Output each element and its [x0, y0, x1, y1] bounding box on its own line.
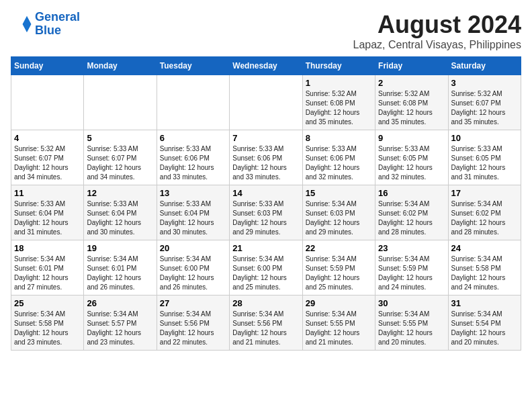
day-number: 19	[87, 243, 153, 253]
day-detail: Sunrise: 5:33 AMSunset: 6:06 PMDaylight:…	[232, 144, 299, 182]
day-number: 4	[14, 133, 81, 143]
title-block: August 2024 Lapaz, Central Visayas, Phil…	[353, 11, 521, 51]
day-number: 11	[14, 188, 81, 198]
svg-marker-1	[23, 16, 32, 32]
logo-line1: General	[35, 10, 80, 24]
calendar-cell: 28Sunrise: 5:34 AMSunset: 5:56 PMDayligh…	[230, 295, 302, 351]
day-detail: Sunrise: 5:32 AMSunset: 6:07 PMDaylight:…	[451, 89, 518, 127]
calendar-cell: 22Sunrise: 5:34 AMSunset: 5:59 PMDayligh…	[302, 240, 375, 295]
calendar-cell	[84, 75, 157, 130]
day-detail: Sunrise: 5:33 AMSunset: 6:05 PMDaylight:…	[451, 144, 518, 182]
calendar-cell: 5Sunrise: 5:33 AMSunset: 6:07 PMDaylight…	[84, 130, 157, 185]
logo-text: General Blue	[35, 11, 80, 38]
day-number: 10	[451, 133, 518, 143]
page-title: August 2024	[353, 11, 521, 39]
day-detail: Sunrise: 5:33 AMSunset: 6:06 PMDaylight:…	[306, 144, 372, 182]
column-header-tuesday: Tuesday	[157, 57, 229, 75]
calendar-cell: 10Sunrise: 5:33 AMSunset: 6:05 PMDayligh…	[448, 130, 521, 185]
day-detail: Sunrise: 5:34 AMSunset: 6:02 PMDaylight:…	[451, 199, 518, 237]
calendar-cell: 17Sunrise: 5:34 AMSunset: 6:02 PMDayligh…	[448, 185, 521, 240]
calendar-cell: 24Sunrise: 5:34 AMSunset: 5:58 PMDayligh…	[448, 240, 521, 295]
day-number: 27	[160, 298, 226, 308]
day-detail: Sunrise: 5:32 AMSunset: 6:08 PMDaylight:…	[306, 89, 372, 127]
page-subtitle: Lapaz, Central Visayas, Philippines	[353, 39, 521, 51]
calendar-week-3: 11Sunrise: 5:33 AMSunset: 6:04 PMDayligh…	[11, 185, 521, 240]
logo-line2: Blue	[35, 24, 61, 37]
logo-icon	[11, 13, 32, 35]
calendar-cell: 20Sunrise: 5:34 AMSunset: 6:00 PMDayligh…	[157, 240, 229, 295]
day-number: 3	[451, 78, 518, 88]
page-header: General Blue August 2024 Lapaz, Central …	[11, 11, 521, 51]
day-detail: Sunrise: 5:34 AMSunset: 6:01 PMDaylight:…	[14, 255, 81, 292]
calendar-cell: 21Sunrise: 5:34 AMSunset: 6:00 PMDayligh…	[230, 240, 302, 295]
day-number: 1	[306, 78, 372, 88]
column-header-thursday: Thursday	[302, 57, 375, 75]
day-detail: Sunrise: 5:33 AMSunset: 6:04 PMDaylight:…	[87, 199, 153, 237]
day-number: 7	[232, 133, 299, 143]
day-number: 24	[451, 243, 518, 253]
day-number: 12	[87, 188, 153, 198]
day-detail: Sunrise: 5:33 AMSunset: 6:04 PMDaylight:…	[14, 199, 81, 237]
day-detail: Sunrise: 5:34 AMSunset: 5:56 PMDaylight:…	[160, 310, 226, 347]
calendar-table: SundayMondayTuesdayWednesdayThursdayFrid…	[11, 56, 521, 351]
day-detail: Sunrise: 5:33 AMSunset: 6:03 PMDaylight:…	[232, 199, 299, 237]
calendar-cell: 11Sunrise: 5:33 AMSunset: 6:04 PMDayligh…	[11, 185, 84, 240]
day-number: 26	[87, 298, 153, 308]
calendar-cell: 8Sunrise: 5:33 AMSunset: 6:06 PMDaylight…	[302, 130, 375, 185]
day-number: 30	[378, 298, 445, 308]
logo: General Blue	[11, 11, 80, 38]
day-detail: Sunrise: 5:33 AMSunset: 6:04 PMDaylight:…	[160, 199, 226, 237]
column-header-monday: Monday	[84, 57, 157, 75]
column-header-friday: Friday	[375, 57, 448, 75]
calendar-cell	[230, 75, 302, 130]
calendar-cell: 29Sunrise: 5:34 AMSunset: 5:55 PMDayligh…	[302, 295, 375, 351]
day-number: 17	[451, 188, 518, 198]
day-number: 29	[306, 298, 372, 308]
day-detail: Sunrise: 5:32 AMSunset: 6:08 PMDaylight:…	[378, 89, 445, 127]
calendar-cell: 4Sunrise: 5:32 AMSunset: 6:07 PMDaylight…	[11, 130, 84, 185]
day-number: 25	[14, 298, 81, 308]
day-detail: Sunrise: 5:34 AMSunset: 5:58 PMDaylight:…	[451, 255, 518, 292]
column-header-wednesday: Wednesday	[230, 57, 302, 75]
day-detail: Sunrise: 5:34 AMSunset: 5:56 PMDaylight:…	[232, 310, 299, 347]
calendar-cell: 6Sunrise: 5:33 AMSunset: 6:06 PMDaylight…	[157, 130, 229, 185]
calendar-cell: 9Sunrise: 5:33 AMSunset: 6:05 PMDaylight…	[375, 130, 448, 185]
day-detail: Sunrise: 5:34 AMSunset: 6:03 PMDaylight:…	[306, 199, 372, 237]
day-detail: Sunrise: 5:33 AMSunset: 6:07 PMDaylight:…	[87, 144, 153, 182]
calendar-cell: 31Sunrise: 5:34 AMSunset: 5:54 PMDayligh…	[448, 295, 521, 351]
calendar-cell: 3Sunrise: 5:32 AMSunset: 6:07 PMDaylight…	[448, 75, 521, 130]
day-detail: Sunrise: 5:34 AMSunset: 5:55 PMDaylight:…	[378, 310, 445, 347]
calendar-cell: 23Sunrise: 5:34 AMSunset: 5:59 PMDayligh…	[375, 240, 448, 295]
column-header-sunday: Sunday	[11, 57, 84, 75]
day-detail: Sunrise: 5:34 AMSunset: 6:00 PMDaylight:…	[160, 255, 226, 292]
day-number: 16	[378, 188, 445, 198]
day-number: 9	[378, 133, 445, 143]
day-detail: Sunrise: 5:34 AMSunset: 5:54 PMDaylight:…	[451, 310, 518, 347]
calendar-cell: 1Sunrise: 5:32 AMSunset: 6:08 PMDaylight…	[302, 75, 375, 130]
day-number: 15	[306, 188, 372, 198]
day-number: 6	[160, 133, 226, 143]
day-number: 2	[378, 78, 445, 88]
day-number: 14	[232, 188, 299, 198]
day-number: 28	[232, 298, 299, 308]
calendar-cell: 18Sunrise: 5:34 AMSunset: 6:01 PMDayligh…	[11, 240, 84, 295]
day-detail: Sunrise: 5:34 AMSunset: 6:01 PMDaylight:…	[87, 255, 153, 292]
calendar-cell	[11, 75, 84, 130]
calendar-cell: 7Sunrise: 5:33 AMSunset: 6:06 PMDaylight…	[230, 130, 302, 185]
calendar-header-row: SundayMondayTuesdayWednesdayThursdayFrid…	[11, 57, 521, 75]
calendar-cell: 30Sunrise: 5:34 AMSunset: 5:55 PMDayligh…	[375, 295, 448, 351]
calendar-cell: 12Sunrise: 5:33 AMSunset: 6:04 PMDayligh…	[84, 185, 157, 240]
calendar-cell: 26Sunrise: 5:34 AMSunset: 5:57 PMDayligh…	[84, 295, 157, 351]
day-number: 5	[87, 133, 153, 143]
calendar-week-5: 25Sunrise: 5:34 AMSunset: 5:58 PMDayligh…	[11, 295, 521, 351]
day-detail: Sunrise: 5:34 AMSunset: 5:55 PMDaylight:…	[306, 310, 372, 347]
day-detail: Sunrise: 5:34 AMSunset: 5:59 PMDaylight:…	[378, 255, 445, 292]
day-detail: Sunrise: 5:34 AMSunset: 6:02 PMDaylight:…	[378, 199, 445, 237]
day-detail: Sunrise: 5:33 AMSunset: 6:06 PMDaylight:…	[160, 144, 226, 182]
calendar-week-4: 18Sunrise: 5:34 AMSunset: 6:01 PMDayligh…	[11, 240, 521, 295]
day-detail: Sunrise: 5:34 AMSunset: 5:57 PMDaylight:…	[87, 310, 153, 347]
calendar-cell: 14Sunrise: 5:33 AMSunset: 6:03 PMDayligh…	[230, 185, 302, 240]
day-number: 18	[14, 243, 81, 253]
calendar-cell	[157, 75, 229, 130]
calendar-week-1: 1Sunrise: 5:32 AMSunset: 6:08 PMDaylight…	[11, 75, 521, 130]
